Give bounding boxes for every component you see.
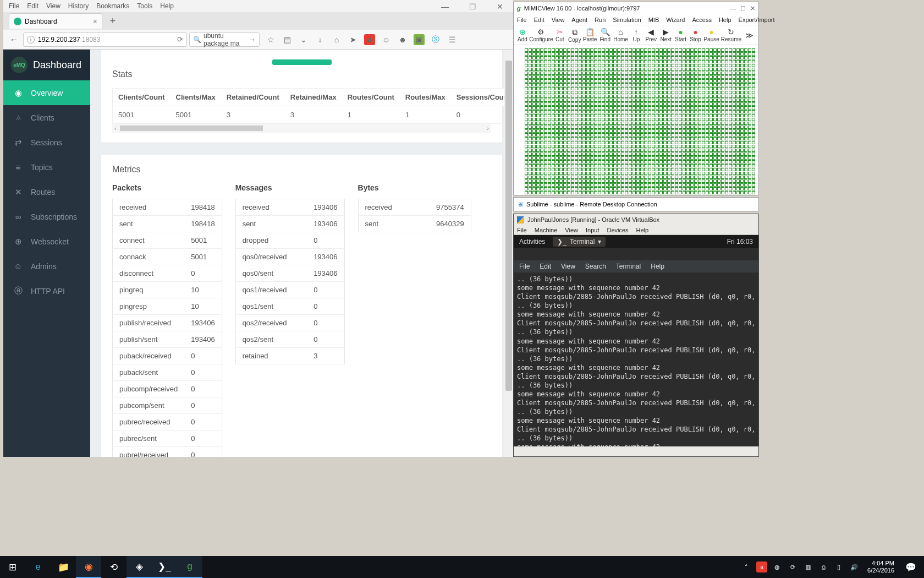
agent-cell[interactable]	[667, 172, 670, 175]
agent-cell[interactable]	[683, 91, 686, 94]
agent-cell[interactable]	[563, 106, 566, 110]
agent-cell[interactable]	[636, 79, 640, 83]
agent-cell[interactable]	[736, 179, 740, 183]
agent-cell[interactable]	[617, 149, 620, 152]
agent-cell[interactable]	[648, 75, 651, 79]
agent-cell[interactable]	[540, 106, 543, 110]
agent-cell[interactable]	[748, 152, 751, 156]
agent-cell[interactable]	[548, 72, 551, 75]
agent-cell[interactable]	[613, 168, 617, 171]
agent-cell[interactable]	[525, 176, 528, 179]
agent-cell[interactable]	[571, 75, 574, 79]
agent-cell[interactable]	[567, 137, 570, 140]
agent-cell[interactable]	[632, 145, 636, 148]
agent-cell[interactable]	[629, 145, 632, 148]
agent-cell[interactable]	[536, 106, 540, 110]
agent-cell[interactable]	[621, 56, 624, 59]
agent-cell[interactable]	[536, 168, 540, 171]
agent-cell[interactable]	[613, 95, 617, 98]
agent-cell[interactable]	[694, 56, 697, 59]
agent-cell[interactable]	[686, 149, 690, 152]
agent-cell[interactable]	[725, 72, 728, 75]
agent-cell[interactable]	[706, 137, 709, 140]
agent-cell[interactable]	[606, 106, 609, 110]
agent-cell[interactable]	[725, 145, 728, 148]
agent-cell[interactable]	[609, 99, 613, 102]
menu-view[interactable]: View	[565, 227, 578, 233]
agent-cell[interactable]	[567, 95, 570, 98]
agent-cell[interactable]	[671, 149, 674, 152]
agent-cell[interactable]	[594, 164, 597, 167]
agent-cell[interactable]	[694, 160, 697, 163]
agent-cell[interactable]	[694, 149, 697, 152]
agent-cell[interactable]	[640, 145, 644, 148]
agent-cell[interactable]	[602, 160, 605, 163]
agent-cell[interactable]	[571, 168, 574, 171]
agent-cell[interactable]	[740, 176, 744, 179]
agent-cell[interactable]	[525, 118, 528, 121]
agent-cell[interactable]	[652, 79, 655, 83]
agent-cell[interactable]	[556, 64, 559, 67]
agent-cell[interactable]	[571, 91, 574, 94]
agent-cell[interactable]	[656, 137, 659, 140]
agent-cell[interactable]	[567, 141, 570, 144]
agent-cell[interactable]	[656, 152, 659, 156]
agent-cell[interactable]	[694, 75, 697, 79]
agent-cell[interactable]	[606, 176, 609, 179]
agent-cell[interactable]	[556, 79, 559, 83]
agent-cell[interactable]	[725, 168, 728, 171]
agent-cell[interactable]	[629, 179, 632, 183]
agent-cell[interactable]	[606, 68, 609, 71]
agent-cell[interactable]	[590, 152, 593, 156]
agent-cell[interactable]	[740, 164, 744, 167]
agent-cell[interactable]	[548, 149, 551, 152]
agent-cell[interactable]	[602, 75, 605, 79]
agent-cell[interactable]	[613, 72, 617, 75]
agent-cell[interactable]	[525, 64, 528, 67]
agent-cell[interactable]	[740, 95, 744, 98]
menu-file[interactable]: File	[517, 17, 527, 23]
agent-cell[interactable]	[694, 191, 697, 194]
agent-cell[interactable]	[725, 149, 728, 152]
agent-cell[interactable]	[725, 179, 728, 183]
agent-cell[interactable]	[640, 95, 644, 98]
agent-cell[interactable]	[536, 56, 540, 59]
agent-cell[interactable]	[740, 64, 744, 67]
agent-cell[interactable]	[575, 149, 578, 152]
agent-cell[interactable]	[748, 68, 751, 71]
agent-cell[interactable]	[540, 95, 543, 98]
agent-cell[interactable]	[690, 126, 694, 129]
agent-cell[interactable]	[625, 83, 628, 86]
agent-cell[interactable]	[598, 164, 601, 167]
agent-cell[interactable]	[644, 102, 647, 106]
agent-cell[interactable]	[617, 172, 620, 175]
agent-cell[interactable]	[690, 168, 694, 171]
agent-cell[interactable]	[632, 141, 636, 144]
agent-cell[interactable]	[652, 52, 655, 56]
agent-cell[interactable]	[652, 60, 655, 63]
agent-cell[interactable]	[713, 164, 717, 167]
agent-cell[interactable]	[675, 102, 678, 106]
agent-cell[interactable]	[621, 95, 624, 98]
menu-file[interactable]: File	[519, 263, 530, 270]
agent-cell[interactable]	[656, 118, 659, 121]
agent-cell[interactable]	[671, 168, 674, 171]
agent-cell[interactable]	[575, 110, 578, 113]
agent-cell[interactable]	[744, 141, 747, 144]
agent-cell[interactable]	[656, 95, 659, 98]
agent-cell[interactable]	[556, 87, 559, 90]
agent-cell[interactable]	[590, 95, 593, 98]
agent-cell[interactable]	[717, 191, 721, 194]
agent-cell[interactable]	[529, 106, 532, 110]
agent-cell[interactable]	[659, 191, 663, 194]
agent-cell[interactable]	[617, 83, 620, 86]
agent-cell[interactable]	[594, 75, 597, 79]
address-bar[interactable]: i 192.9.200.237:18083 ⟳	[23, 32, 187, 47]
agent-cell[interactable]	[636, 179, 640, 183]
agent-cell[interactable]	[721, 91, 724, 94]
agent-cell[interactable]	[609, 172, 613, 175]
agent-cell[interactable]	[694, 129, 697, 133]
agent-cell[interactable]	[632, 191, 636, 194]
agent-cell[interactable]	[740, 52, 744, 56]
agent-cell[interactable]	[544, 152, 547, 156]
